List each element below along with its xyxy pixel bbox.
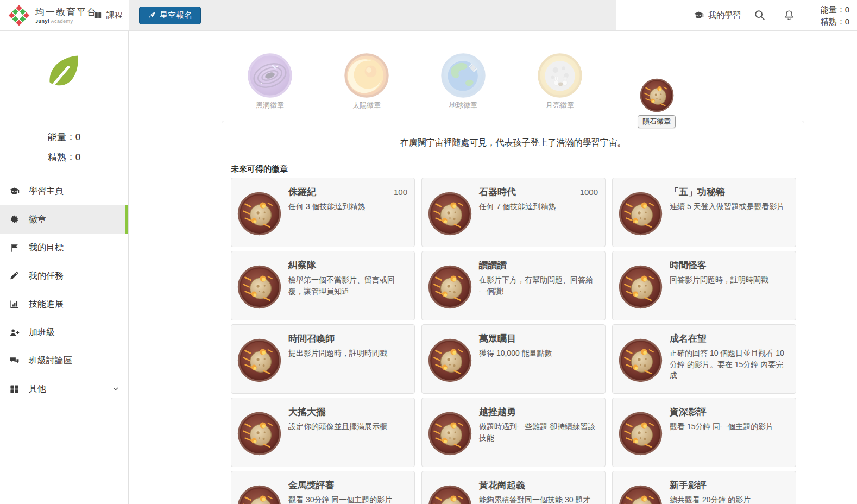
badge-points: 100: [394, 187, 408, 197]
nav-courses-label: 課程: [106, 10, 123, 21]
sidebar-item[interactable]: 我的任務: [0, 262, 128, 290]
meteorite-badge-icon: [237, 412, 281, 456]
badge-category[interactable]: 太陽徽章: [318, 53, 415, 110]
sidebar-item[interactable]: 其他: [0, 375, 128, 403]
header-mastery: 精熟：0: [821, 16, 849, 28]
chevron-down-icon: [111, 385, 120, 393]
badge-description: 任何 3 個技能達到精熟: [288, 201, 408, 212]
sidebar-item-label: 技能進展: [29, 299, 64, 310]
badge-category[interactable]: 隕石徽章: [608, 78, 705, 110]
sidebar-mastery: 精熟：0: [0, 151, 128, 163]
badge-description: 正確的回答 10 個題目並且觀看 10 分鐘 的影片。要在 15分鐘 內要完成: [670, 348, 790, 381]
badge-name: 金馬獎評審: [288, 479, 335, 492]
meteorite-badge-icon: [428, 338, 472, 382]
meteorite-badge-icon: [237, 192, 281, 236]
badge-description: 任何 7 個技能達到精熟: [479, 201, 599, 212]
flag-icon: [9, 243, 20, 253]
meteorite-badge-icon: [237, 338, 281, 382]
badge-card: 石器時代 1000 任何 7 個技能達到精熟: [421, 178, 606, 247]
badge-card: 時間召喚師 提出影片問題時，註明時間戳: [231, 324, 415, 394]
blackhole-icon: [247, 53, 293, 98]
badge-description: 檢舉第一個不當影片、留言或回覆，讓管理員知道: [288, 274, 408, 297]
badge-card: 金馬獎評審 觀看 30分鐘 同一個主題的影片: [231, 471, 415, 504]
badge-description: 提出影片問題時，註明時間戳: [288, 348, 408, 359]
meteorite-badge-icon: [428, 192, 472, 236]
nav-courses[interactable]: 課程: [93, 0, 123, 31]
logo-title: 均一教育平台: [35, 8, 97, 18]
sidebar-item-label: 我的任務: [29, 270, 64, 282]
sidebar-item-label: 我的目標: [29, 242, 64, 254]
earth-icon: [440, 53, 486, 98]
sidebar-item[interactable]: 班級討論區: [0, 346, 128, 375]
panel-description: 在廣闊宇宙裡隨處可見，代表孩子登上了浩瀚的學習宇宙。: [231, 137, 795, 149]
sidebar-item[interactable]: 學習主頁: [0, 177, 128, 205]
search-icon[interactable]: [754, 9, 766, 21]
badge-card: 「五」功秘籍 連續 5 天登入做習題或是觀看影片: [612, 178, 796, 247]
rocket-icon: [148, 11, 156, 20]
meteorite-badge-icon: [237, 485, 281, 504]
sidebar-item[interactable]: 技能進展: [0, 290, 128, 318]
my-learning-label: 我的學習: [708, 10, 741, 21]
badge-description: 做題時遇到一些難題 卻持續練習該技能: [479, 421, 599, 443]
badge-card: 大搖大擺 設定你的頭像並且擺滿展示櫃: [231, 398, 415, 467]
future-badges-title: 未來可得的徽章: [231, 164, 795, 174]
badge-description: 設定你的頭像並且擺滿展示櫃: [288, 421, 408, 432]
star-signup-button[interactable]: 星空報名: [139, 7, 201, 24]
badge-card: 萬眾矚目 獲得 10,000 能量點數: [421, 324, 606, 394]
badges-panel: 在廣闊宇宙裡隨處可見，代表孩子登上了浩瀚的學習宇宙。 未來可得的徽章 侏羅紀 1…: [222, 121, 804, 504]
badge-description: 回答影片問題時，註明時間戳: [670, 274, 790, 286]
badge-name: 讚讚讚: [479, 259, 507, 272]
badge-category-row: 黑洞徽章 太陽徽章 地球徽章 月亮徽章: [222, 53, 857, 110]
junyi-logo-icon: [8, 4, 30, 27]
badge-category-label: 太陽徽章: [352, 100, 381, 110]
badge-card: 糾察隊 檢舉第一個不當影片、留言或回覆，讓管理員知道: [231, 251, 415, 320]
user-plus-icon: [9, 327, 20, 338]
sidebar-item-label: 徽章: [29, 214, 46, 225]
junyi-logo[interactable]: 均一教育平台 Junyi Academy: [8, 4, 97, 27]
sidebar-item[interactable]: 徽章: [0, 205, 128, 234]
meteorite-badge-icon: [619, 192, 663, 236]
meteorite-badge-icon: [619, 412, 663, 456]
badge-name: 萬眾矚目: [479, 332, 516, 345]
badge-card: 黃花崗起義 能夠累積答對同一個技能 30 題才達到精熟: [421, 471, 606, 504]
badge-name: 資深影評: [670, 406, 707, 418]
pencil-icon: [9, 271, 20, 281]
badge-category-label: 黑洞徽章: [256, 100, 284, 110]
meteorite-badge-icon: [619, 485, 663, 504]
meteorite-badge-icon: [428, 485, 472, 504]
badge-description: 觀看 30分鐘 同一個主題的影片: [288, 494, 408, 504]
bar-chart-icon: [9, 299, 20, 310]
main-content: 黑洞徽章 太陽徽章 地球徽章 月亮徽章: [129, 31, 857, 504]
badge-category-label: 隕石徽章: [638, 115, 676, 128]
meteorite-badge-icon: [237, 265, 281, 309]
nav-my-learning[interactable]: 我的學習: [694, 0, 741, 31]
sidebar-item[interactable]: 加班級: [0, 318, 128, 346]
book-icon: [93, 11, 103, 20]
badge-card: 成名在望 正確的回答 10 個題目並且觀看 10 分鐘 的影片。要在 15分鐘 …: [612, 324, 796, 394]
badge-card: 資深影評 觀看 15分鐘 同一個主題的影片: [612, 398, 796, 467]
badge-category[interactable]: 地球徽章: [415, 53, 512, 110]
sidebar-energy: 能量：0: [0, 131, 128, 143]
sidebar-item-label: 加班級: [29, 327, 55, 338]
leaf-avatar: [43, 52, 85, 93]
grid-icon: [9, 384, 20, 394]
graduation-cap-icon: [9, 186, 20, 197]
notification-bell-icon[interactable]: [783, 9, 795, 21]
sidebar-stats: 能量：0 精熟：0: [0, 131, 128, 163]
sidebar: 能量：0 精熟：0 學習主頁 徽章 我的目標: [0, 31, 129, 504]
sidebar-item-label: 其他: [29, 383, 46, 395]
badge-card-grid: 侏羅紀 100 任何 3 個技能達到精熟 石器時代 1000: [231, 178, 795, 504]
star-signup-label: 星空報名: [160, 10, 192, 21]
badge-description: 在影片下方，有幫助問題、回答給一個讚!: [479, 274, 599, 297]
header-stats: 能量：0 精熟：0: [821, 4, 849, 28]
meteorite-badge-icon: [619, 338, 663, 382]
badge-name: 糾察隊: [288, 259, 316, 272]
badge-description: 觀看 15分鐘 同一個主題的影片: [670, 421, 790, 432]
sidebar-item[interactable]: 我的目標: [0, 234, 128, 262]
badge-name: 新手影評: [670, 479, 707, 492]
badge-category[interactable]: 月亮徽章: [512, 53, 608, 110]
meteorite-badge-icon: [619, 265, 663, 309]
badge-category[interactable]: 黑洞徽章: [222, 53, 318, 110]
top-navbar: 均一教育平台 Junyi Academy 課程 星空報名 我的學習 能量：0 精…: [0, 0, 857, 31]
badge-description: 總共觀看 20分鐘 的影片: [670, 494, 790, 504]
